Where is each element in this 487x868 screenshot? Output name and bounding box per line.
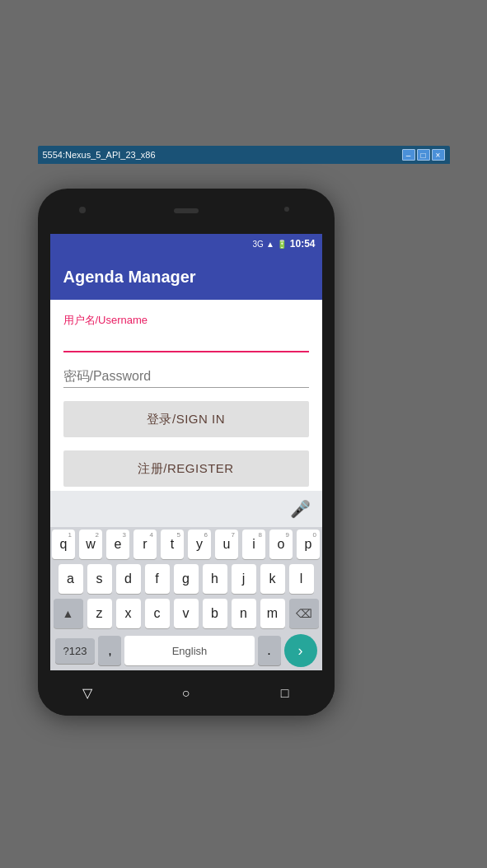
speaker-icon — [174, 208, 199, 213]
network-indicator: 3G — [253, 240, 264, 249]
window-title: 5554:Nexus_5_API_23_x86 — [43, 150, 156, 160]
key-q[interactable]: 1q — [52, 530, 75, 559]
home-icon: ○ — [182, 686, 190, 701]
home-button[interactable]: ○ — [175, 682, 198, 705]
phone-top-bar — [38, 189, 335, 234]
spacebar-key[interactable]: English — [124, 636, 254, 665]
phone-screen: 3G ▲ 🔋 10:54 Agenda Manager 用户名/Username — [50, 234, 322, 670]
password-group — [63, 366, 309, 388]
key-k[interactable]: k — [260, 564, 285, 594]
key-t[interactable]: 5t — [161, 530, 184, 559]
phone-nav-bar: ▽ ○ □ — [38, 670, 335, 716]
keyboard-row-3: ▲ z x c v b n m ⌫ — [50, 596, 322, 631]
username-label: 用户名/Username — [63, 313, 309, 328]
key-i[interactable]: 8i — [242, 530, 265, 559]
shift-key[interactable]: ▲ — [54, 599, 83, 628]
username-group: 用户名/Username — [63, 313, 309, 352]
username-input[interactable] — [63, 329, 309, 352]
app-title: Agenda Manager — [63, 268, 196, 287]
key-n[interactable]: n — [232, 599, 256, 628]
key-y[interactable]: 6y — [188, 530, 211, 559]
back-icon: ▽ — [82, 685, 92, 701]
key-f[interactable]: f — [145, 564, 170, 594]
delete-key[interactable]: ⌫ — [289, 599, 319, 628]
key-s[interactable]: s — [87, 564, 112, 594]
front-camera-icon — [284, 207, 289, 212]
status-bar: 3G ▲ 🔋 10:54 — [50, 234, 322, 254]
mic-button[interactable]: 🎤 — [286, 494, 316, 524]
key-l[interactable]: l — [289, 564, 314, 594]
signin-label: 登录/SIGN IN — [147, 412, 225, 427]
close-button[interactable]: × — [432, 149, 445, 161]
key-w[interactable]: 2w — [79, 530, 102, 559]
restore-button[interactable]: □ — [417, 149, 430, 161]
password-input[interactable] — [63, 366, 309, 388]
key-o[interactable]: 9o — [269, 530, 293, 559]
key-h[interactable]: h — [203, 564, 227, 594]
key-m[interactable]: m — [260, 599, 285, 628]
period-key[interactable]: . — [258, 636, 281, 665]
enter-icon: › — [298, 642, 303, 660]
enter-key[interactable]: › — [284, 634, 317, 667]
keyboard-top-bar: 🎤 — [50, 491, 322, 527]
key-g[interactable]: g — [174, 564, 199, 594]
key-e[interactable]: 3e — [106, 530, 129, 559]
register-label: 注册/REGISTER — [138, 461, 233, 477]
window-title-bar: 5554:Nexus_5_API_23_x86 – □ × — [38, 146, 450, 164]
key-r[interactable]: 4r — [133, 530, 157, 559]
status-icons: 3G ▲ 🔋 — [253, 240, 287, 249]
key-u[interactable]: 7u — [215, 530, 238, 559]
key-v[interactable]: v — [174, 599, 199, 628]
key-x[interactable]: x — [116, 599, 141, 628]
key-c[interactable]: c — [145, 599, 170, 628]
comma-key[interactable]: , — [98, 636, 121, 665]
recent-button[interactable]: □ — [274, 682, 297, 705]
content-area: 用户名/Username 登录/SIGN IN 注册/REGISTER — [50, 300, 322, 491]
key-j[interactable]: j — [232, 564, 256, 594]
key-p[interactable]: 0p — [297, 530, 320, 559]
status-time: 10:54 — [290, 238, 316, 250]
back-button[interactable]: ▽ — [76, 682, 99, 705]
key-d[interactable]: d — [116, 564, 141, 594]
recent-icon: □ — [281, 686, 289, 701]
phone-device: 3G ▲ 🔋 10:54 Agenda Manager 用户名/Username — [38, 189, 335, 716]
keyboard: 🎤 1q 2w 3e 4r 5t 6y 7u 8i 9o 0p a — [50, 491, 322, 670]
num-key[interactable]: ?123 — [55, 638, 96, 664]
signin-button[interactable]: 登录/SIGN IN — [63, 401, 309, 437]
keyboard-row-2: a s d f g h j k l — [50, 562, 322, 596]
battery-icon: 🔋 — [277, 240, 287, 249]
key-a[interactable]: a — [59, 564, 83, 594]
key-z[interactable]: z — [87, 599, 112, 628]
app-bar: Agenda Manager — [50, 254, 322, 300]
keyboard-bottom-row: ?123 , English . › — [50, 631, 322, 670]
window-controls: – □ × — [402, 149, 445, 161]
register-button[interactable]: 注册/REGISTER — [63, 450, 309, 487]
key-b[interactable]: b — [203, 599, 227, 628]
minimize-button[interactable]: – — [402, 149, 415, 161]
camera-icon — [79, 207, 86, 213]
keyboard-row-1: 1q 2w 3e 4r 5t 6y 7u 8i 9o 0p — [50, 527, 322, 562]
signal-icon: ▲ — [266, 240, 274, 249]
